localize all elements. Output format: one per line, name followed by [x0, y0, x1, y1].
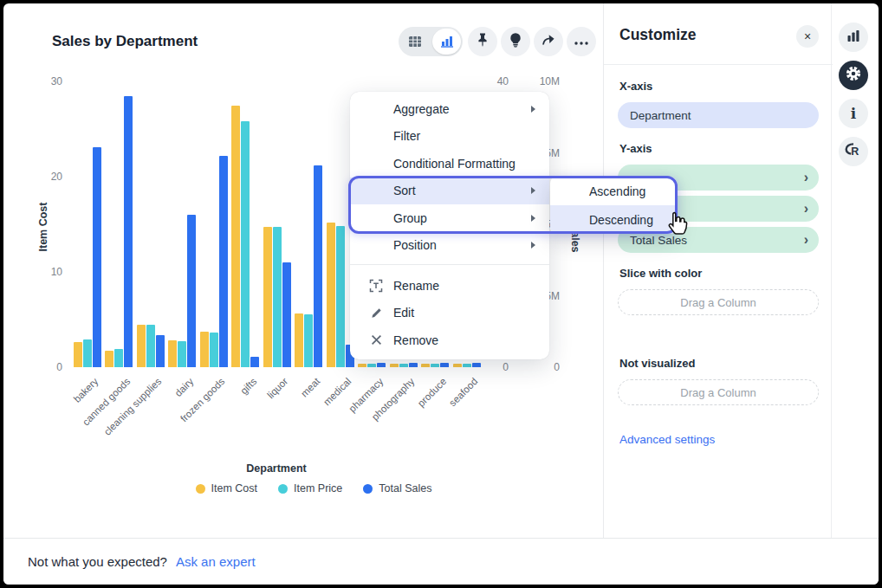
bar-total-sales-canned-goods[interactable] [124, 96, 133, 368]
chart-type-button[interactable] [839, 23, 868, 52]
bar-item-price-frozen-goods[interactable] [210, 333, 218, 367]
submenu-item-ascending[interactable]: Ascending [550, 177, 677, 205]
menu-item-rename[interactable]: Rename [350, 272, 549, 300]
bar-item-cost-medical[interactable] [327, 223, 335, 367]
drop-zone-placeholder: Drag a Column [680, 296, 756, 309]
menu-item-label: Aggregate [393, 102, 450, 116]
page-title: Sales by Department [52, 33, 198, 50]
bar-item-cost-seafood[interactable] [453, 364, 462, 367]
bar-total-sales-frozen-goods[interactable] [219, 156, 228, 367]
y-axis-title: Item Cost [37, 203, 49, 252]
context-menu: AggregateFilterConditional FormattingSor… [350, 92, 549, 359]
submenu-item-descending[interactable]: Descending [550, 205, 677, 234]
axis-tick-left: 10 [35, 266, 62, 278]
bar-item-cost-bakery[interactable] [74, 342, 82, 367]
pin-button[interactable] [468, 27, 497, 56]
bar-item-cost-cleaning-supplies[interactable] [137, 325, 146, 368]
bar-total-sales-meat[interactable] [314, 165, 322, 367]
close-icon: × [804, 29, 811, 43]
info-button[interactable]: i [839, 99, 868, 128]
r-logo-button[interactable]: R [839, 137, 868, 166]
menu-item-edit[interactable]: Edit [350, 300, 549, 327]
bar-item-cost-photography[interactable] [390, 364, 399, 367]
bar-total-sales-gifts[interactable] [250, 357, 259, 367]
submenu-arrow-icon [531, 187, 535, 194]
bar-item-cost-dairy[interactable] [168, 340, 177, 367]
bar-item-cost-meat[interactable] [295, 313, 303, 367]
legend-dot-total-sales [363, 484, 373, 494]
menu-item-group[interactable]: Group [350, 204, 549, 232]
advanced-settings-link[interactable]: Advanced settings [619, 433, 715, 446]
legend-item-item-cost[interactable]: Item Cost [196, 482, 258, 494]
bar-total-sales-cleaning-supplies[interactable] [156, 335, 165, 367]
submenu-arrow-icon [531, 106, 535, 113]
bar-item-cost-frozen-goods[interactable] [200, 332, 209, 367]
menu-item-label: Remove [393, 333, 438, 347]
bar-item-price-canned-goods[interactable] [114, 349, 123, 367]
panel-title: Customize [619, 26, 696, 44]
bar-total-sales-bakery[interactable] [93, 147, 101, 367]
customize-settings-button[interactable] [839, 61, 868, 90]
bar-item-price-gifts[interactable] [241, 121, 250, 367]
bar-total-sales-pharmacy[interactable] [377, 363, 386, 367]
bar-item-cost-canned-goods[interactable] [105, 351, 113, 367]
table-view-icon[interactable] [399, 27, 431, 56]
legend-label: Total Sales [379, 482, 431, 494]
menu-item-conditional-formatting[interactable]: Conditional Formatting [350, 150, 549, 178]
x-axis-title: Department [71, 462, 482, 475]
x-tick-label: seafood [447, 376, 479, 408]
bar-item-price-seafood[interactable] [463, 364, 471, 367]
bar-total-sales-seafood[interactable] [472, 363, 481, 367]
bar-item-price-cleaning-supplies[interactable] [146, 325, 155, 367]
menu-item-sort[interactable]: Sort [350, 178, 549, 205]
slice-drop-zone[interactable]: Drag a Column [618, 289, 819, 315]
bar-chart-icon [846, 29, 860, 46]
submenu-arrow-icon [531, 215, 535, 222]
x-tick-label: produce [415, 376, 448, 409]
legend-item-total-sales[interactable]: Total Sales [363, 482, 431, 494]
bar-item-cost-liquor[interactable] [263, 227, 272, 367]
legend-item-item-price[interactable]: Item Price [278, 482, 342, 494]
chevron-right-icon[interactable]: › [804, 202, 808, 216]
svg-text:R: R [851, 145, 859, 158]
not-visualized-section-label: Not visualized [619, 357, 695, 370]
x-tick-label: liquor [265, 376, 289, 400]
menu-item-remove[interactable]: Remove [350, 326, 549, 354]
more-options-button[interactable] [567, 27, 596, 56]
bar-item-price-pharmacy[interactable] [367, 364, 376, 367]
bar-item-price-produce[interactable] [431, 364, 439, 367]
bar-item-price-meat[interactable] [304, 314, 313, 367]
chevron-right-icon[interactable]: › [804, 171, 808, 184]
bar-total-sales-photography[interactable] [409, 363, 418, 367]
share-button[interactable] [534, 27, 563, 56]
legend-label: Item Price [294, 482, 342, 494]
bar-item-cost-pharmacy[interactable] [358, 364, 366, 367]
menu-item-label: Edit [393, 306, 414, 320]
axis-tick-left: 0 [35, 361, 62, 373]
bar-total-sales-liquor[interactable] [282, 262, 291, 367]
r-logo-icon: R [844, 141, 863, 162]
ask-expert-link[interactable]: Ask an expert [176, 554, 256, 569]
chevron-right-icon[interactable]: › [804, 233, 808, 247]
bar-item-price-liquor[interactable] [273, 227, 282, 367]
bar-item-price-dairy[interactable] [178, 341, 186, 367]
bar-total-sales-dairy[interactable] [187, 215, 196, 367]
axis-tick-right2: 10M [527, 75, 560, 87]
menu-item-position[interactable]: Position [350, 232, 549, 260]
chart-view-icon[interactable] [432, 29, 461, 55]
x-axis-field-pill[interactable]: Department [618, 102, 819, 128]
menu-item-filter[interactable]: Filter [350, 123, 549, 151]
bar-total-sales-produce[interactable] [440, 363, 449, 367]
sort-submenu: AscendingDescending [550, 177, 677, 234]
bar-item-cost-produce[interactable] [421, 364, 430, 367]
bar-item-price-medical[interactable] [336, 226, 345, 367]
axis-tick-left: 20 [35, 171, 62, 183]
view-toggle[interactable] [399, 27, 463, 56]
bar-item-cost-gifts[interactable] [231, 106, 240, 368]
menu-item-aggregate[interactable]: Aggregate [350, 95, 549, 123]
insights-button[interactable] [501, 27, 530, 56]
not-visualized-drop-zone[interactable]: Drag a Column [618, 379, 819, 405]
bar-item-price-photography[interactable] [399, 364, 408, 367]
bar-item-price-bakery[interactable] [83, 339, 92, 367]
close-panel-button[interactable]: × [796, 25, 819, 48]
